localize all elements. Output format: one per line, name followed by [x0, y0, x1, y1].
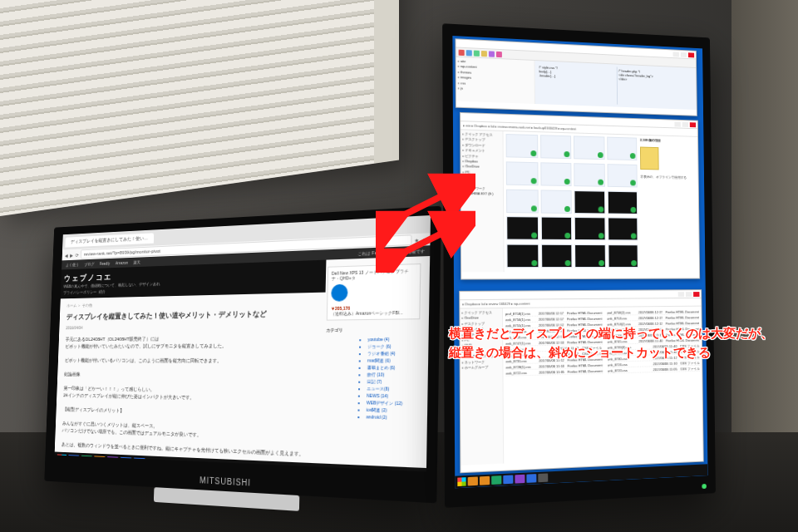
taskbar-app[interactable] [133, 458, 145, 470]
thumbnail[interactable] [506, 189, 538, 213]
cat[interactable]: ニュース(8) [367, 386, 419, 392]
taskbar-app[interactable] [526, 474, 536, 483]
thumbnail[interactable] [607, 164, 638, 187]
cat[interactable]: WEBデザイン (12) [367, 400, 419, 406]
thumbnail[interactable] [574, 190, 605, 214]
taskbar-app[interactable] [503, 475, 513, 484]
bookmark[interactable]: ブログ [84, 262, 94, 267]
maximize-button[interactable] [681, 52, 687, 57]
item-count: 2,189 個の項目 [640, 138, 696, 144]
nav-back-icon[interactable]: ◀ [65, 252, 68, 258]
thumbnail[interactable] [506, 217, 538, 241]
thumbnail[interactable] [574, 244, 605, 268]
tool-icon[interactable] [459, 49, 465, 55]
details-pane: 2,189 個の項目 非表示の、オフラインで使用する [640, 138, 697, 269]
nav-pane[interactable]: クイック アクセス デスクトップ ダウンロード ドキュメント ピクチャ Drop… [461, 130, 505, 272]
dell-logo-icon [331, 284, 347, 302]
thumbnail[interactable] [540, 217, 572, 240]
thumbnail[interactable] [607, 137, 638, 161]
bookmark[interactable]: よく使う [66, 262, 79, 267]
ad-card[interactable]: Dell New XPS 13 ノートパソコン プラチナ・QHD+タ ￥205,… [327, 264, 421, 321]
details-text: 非表示の、オフラインで使用する [640, 175, 696, 180]
ad-note: （送料込み）AmazonベーシックFB/... [331, 310, 416, 317]
cat[interactable]: 書籍まとめ (6) [367, 365, 420, 371]
file-row[interactable]: wnk_8720.css2017/06/06 11:05CSS ファイル [608, 366, 700, 374]
code-panes[interactable]: /* style.css */body{…}.header{…} /* head… [534, 61, 696, 110]
reload-icon[interactable]: ⟳ [76, 252, 79, 258]
tool-icon[interactable] [489, 51, 495, 57]
taskbar-app[interactable] [81, 456, 92, 467]
category-list: youtube (4) ジョーク (6) ラジオ番組 (4) mac関連 (6)… [324, 337, 420, 421]
cat[interactable]: 旅行 (10) [367, 372, 420, 377]
para: ピボット機能が付いているパソコンは、このように画面を縦方向に回転できます。 [65, 357, 316, 365]
tool-icon[interactable] [474, 50, 480, 56]
close-button[interactable] [690, 122, 696, 127]
thumbnail[interactable] [541, 244, 573, 268]
thumbnail[interactable] [608, 244, 638, 268]
minimize-button[interactable] [674, 121, 680, 126]
cat[interactable]: mac関連 (6) [367, 357, 420, 363]
minimize-button[interactable] [678, 292, 684, 297]
minimize-button[interactable] [673, 52, 679, 57]
taskbar-app[interactable] [480, 476, 490, 485]
start-button[interactable] [57, 454, 66, 466]
nav-fwd-icon[interactable]: ▶ [70, 252, 73, 258]
web-page: ウェブノコエ WEBの真ん中で、価値観について、喚起しない、デザインあれ プライ… [55, 256, 430, 468]
maximize-button[interactable] [682, 121, 688, 126]
file-row[interactable]: wnk_8722.css2017/06/06 11:05Firefox HTML… [505, 368, 602, 377]
explorer-thumbs-window[interactable]: ▸ win ▸ Dropbox ▸ kd ▸ review.review-ran… [460, 112, 700, 280]
thumbnail[interactable] [607, 190, 638, 214]
thumbnail[interactable] [540, 135, 572, 159]
tool-icon[interactable] [496, 51, 502, 57]
thumbnail[interactable] [506, 134, 538, 158]
taskbar-app[interactable] [491, 475, 501, 485]
menu-icon[interactable]: ⋮ [421, 236, 426, 243]
taskbar-app[interactable] [468, 476, 478, 485]
thumbnail[interactable] [540, 190, 572, 214]
bookmark[interactable]: Amazon [116, 260, 128, 265]
thumbnail[interactable] [506, 161, 538, 185]
taskbar-app[interactable] [106, 456, 118, 468]
thumbnail[interactable] [540, 162, 572, 186]
cat[interactable]: ラジオ番組 (4) [367, 351, 420, 356]
content-pane[interactable]: 2,189 個の項目 非表示の、オフラインで使用する [504, 131, 700, 272]
maximize-button[interactable] [686, 292, 692, 297]
para: ピボット機能が付いていたみたいなので、試しにサブモニタを縦置きしてみました。 [65, 342, 316, 350]
explorer-list-window[interactable]: ▸ Dropbox ▸ kd ▸ review 160429 ▸ wp-cont… [459, 289, 704, 473]
monitor-landscape: MITSUBISHI ディスプレイを縦置きにしてみた！使い… ◀ ▶ ⟳ rev… [44, 206, 441, 504]
taskbar-app[interactable] [538, 473, 548, 482]
thumbnail[interactable] [506, 244, 538, 268]
taskbar-app[interactable] [120, 457, 131, 469]
thumbnail[interactable] [574, 135, 604, 160]
screen-landscape: ディスプレイを縦置きにしてみた！使い… ◀ ▶ ⟳ review-rank.ne… [55, 215, 431, 471]
tool-icon[interactable] [481, 50, 487, 56]
article-date: 2016/04/04 [66, 323, 317, 332]
taskbar-app[interactable] [68, 455, 79, 466]
taskbar-app[interactable] [94, 456, 106, 467]
file-tree[interactable]: sitewp-contentthemesimagescssjs [456, 57, 535, 104]
close-button[interactable] [688, 52, 694, 57]
thumbnail[interactable] [574, 217, 605, 240]
monitor-brand-label: MITSUBISHI [200, 475, 251, 487]
annotation-caption: 横置きだとディスプレイの端に持っていくのは大変だが、 縦置きの場合は、斜めにショ… [449, 324, 773, 362]
browser-tab[interactable]: ディスプレイを縦置きにしてみた！使い… [65, 233, 154, 247]
tool-icon[interactable] [466, 50, 472, 56]
thumbnail[interactable] [574, 163, 604, 187]
cat[interactable]: NEWS (14) [367, 393, 419, 399]
start-button[interactable] [457, 477, 466, 486]
breadcrumbs[interactable]: ホーム ＞ その他 [66, 298, 317, 309]
cat[interactable]: ジョーク (6) [367, 343, 420, 349]
thumbnail[interactable] [608, 218, 638, 241]
editor-window[interactable]: sitewp-contentthemesimagescssjs /* style… [455, 38, 697, 116]
bookmark[interactable]: 楽天 [134, 259, 141, 264]
cat[interactable]: ios関連 (2) [367, 407, 419, 414]
thumbnail-grid [506, 134, 638, 269]
bookmark[interactable]: Feedly [100, 261, 110, 266]
site-name: ウェブノコエ [64, 273, 112, 283]
cat[interactable]: android (2) [366, 414, 418, 421]
extension-icon[interactable]: ★ [414, 237, 418, 244]
close-button[interactable] [693, 292, 699, 297]
cat[interactable]: 日記 (7) [367, 379, 419, 385]
taskbar-app[interactable] [515, 475, 525, 484]
cat[interactable]: youtube (4) [367, 337, 420, 342]
